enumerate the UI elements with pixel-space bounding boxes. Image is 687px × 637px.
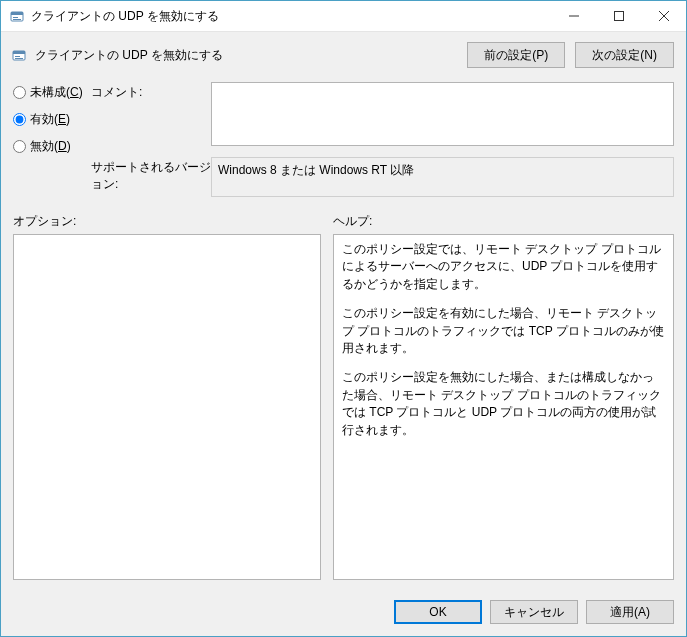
button-label: 適用(A): [610, 605, 650, 619]
radio-label: 有効(E): [30, 111, 70, 128]
radio-label: 無効(D): [30, 138, 71, 155]
policy-editor-window: クライアントの UDP を無効にする クライアントの UDP を無効にする 前の: [0, 0, 687, 637]
policy-icon: [11, 47, 27, 63]
panels: このポリシー設定では、リモート デスクトップ プロトコルによるサーバーへのアクセ…: [1, 232, 686, 590]
radio-disabled[interactable]: 無効(D): [13, 138, 91, 155]
options-panel: [13, 234, 321, 580]
radio-not-configured[interactable]: 未構成(C): [13, 84, 91, 101]
window-title: クライアントの UDP を無効にする: [31, 8, 551, 25]
supported-row: サポートされるバージョン: Windows 8 または Windows RT 以…: [91, 157, 674, 197]
supported-label: サポートされるバージョン:: [91, 157, 211, 193]
header-row: クライアントの UDP を無効にする 前の設定(P) 次の設定(N): [1, 32, 686, 74]
app-icon: [9, 8, 25, 24]
client-area: クライアントの UDP を無効にする 前の設定(P) 次の設定(N) 未構成(C…: [1, 32, 686, 636]
titlebar: クライアントの UDP を無効にする: [1, 1, 686, 32]
radio-disabled-input[interactable]: [13, 140, 26, 153]
comment-column: コメント: サポートされるバージョン: Windows 8 または Window…: [91, 82, 674, 205]
svg-rect-4: [614, 12, 623, 21]
state-radios: 未構成(C) 有効(E) 無効(D): [13, 82, 91, 205]
footer-buttons: OK キャンセル 適用(A): [1, 590, 686, 636]
minimize-button[interactable]: [551, 1, 596, 31]
radio-enabled-input[interactable]: [13, 113, 26, 126]
svg-rect-7: [15, 56, 20, 57]
comment-textarea[interactable]: [211, 82, 674, 146]
supported-value: Windows 8 または Windows RT 以降: [218, 163, 414, 177]
comment-label: コメント:: [91, 82, 211, 101]
policy-heading: クライアントの UDP を無効にする: [35, 47, 457, 64]
svg-rect-8: [15, 58, 23, 59]
svg-rect-6: [13, 51, 25, 54]
radio-enabled[interactable]: 有効(E): [13, 111, 91, 128]
ok-button[interactable]: OK: [394, 600, 482, 624]
section-labels: オプション: ヘルプ:: [1, 209, 686, 232]
button-label: 次の設定(N): [592, 48, 657, 62]
comment-row: コメント:: [91, 82, 674, 149]
help-paragraph: このポリシー設定を無効にした場合、または構成しなかった場合、リモート デスクトッ…: [342, 369, 665, 439]
svg-rect-3: [13, 19, 21, 20]
apply-button[interactable]: 適用(A): [586, 600, 674, 624]
button-label: 前の設定(P): [484, 48, 548, 62]
previous-setting-button[interactable]: 前の設定(P): [467, 42, 565, 68]
close-button[interactable]: [641, 1, 686, 31]
next-setting-button[interactable]: 次の設定(N): [575, 42, 674, 68]
supported-field: Windows 8 または Windows RT 以降: [211, 157, 674, 197]
help-label: ヘルプ:: [333, 213, 674, 230]
svg-rect-1: [11, 12, 23, 15]
cancel-button[interactable]: キャンセル: [490, 600, 578, 624]
help-paragraph: このポリシー設定を有効にした場合、リモート デスクトップ プロトコルのトラフィッ…: [342, 305, 665, 357]
options-label: オプション:: [13, 213, 333, 230]
help-paragraph: このポリシー設定では、リモート デスクトップ プロトコルによるサーバーへのアクセ…: [342, 241, 665, 293]
maximize-button[interactable]: [596, 1, 641, 31]
svg-rect-2: [13, 17, 18, 18]
radio-label: 未構成(C): [30, 84, 83, 101]
radio-not-configured-input[interactable]: [13, 86, 26, 99]
help-panel: このポリシー設定では、リモート デスクトップ プロトコルによるサーバーへのアクセ…: [333, 234, 674, 580]
config-row: 未構成(C) 有効(E) 無効(D) コメント:: [1, 74, 686, 209]
